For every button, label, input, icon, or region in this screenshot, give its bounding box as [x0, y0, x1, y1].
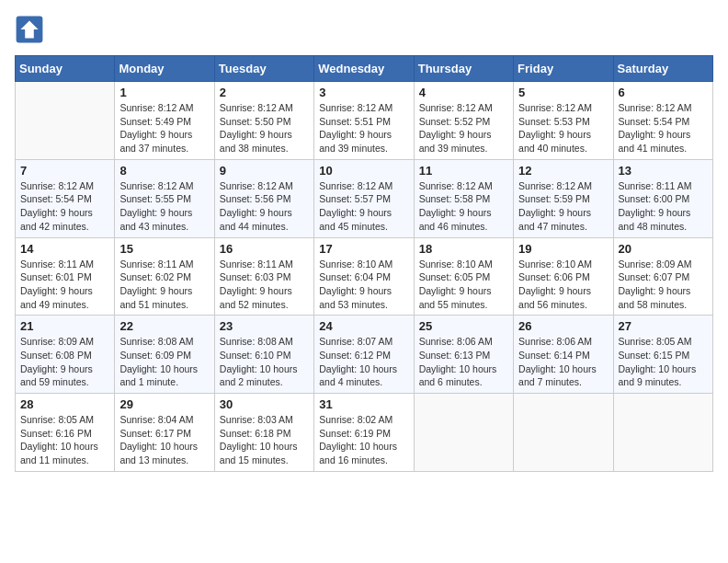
- day-info: Sunrise: 8:12 AM Sunset: 5:58 PM Dayligh…: [419, 179, 508, 234]
- day-cell: [613, 394, 712, 472]
- day-number: 13: [619, 164, 708, 178]
- day-number: 4: [419, 86, 508, 99]
- column-header-wednesday: Wednesday: [314, 56, 414, 82]
- day-info: Sunrise: 8:05 AM Sunset: 6:15 PM Dayligh…: [619, 335, 708, 389]
- day-cell: 2Sunrise: 8:12 AM Sunset: 5:50 PM Daylig…: [214, 82, 313, 160]
- day-cell: 29Sunrise: 8:04 AM Sunset: 6:17 PM Dayli…: [115, 394, 214, 472]
- column-header-monday: Monday: [115, 56, 214, 82]
- day-cell: 7Sunrise: 8:12 AM Sunset: 5:54 PM Daylig…: [16, 159, 115, 237]
- day-number: 6: [619, 86, 708, 99]
- week-row-5: 28Sunrise: 8:05 AM Sunset: 6:16 PM Dayli…: [16, 394, 713, 472]
- day-info: Sunrise: 8:12 AM Sunset: 5:51 PM Dayligh…: [319, 101, 408, 155]
- day-info: Sunrise: 8:10 AM Sunset: 6:04 PM Dayligh…: [319, 258, 408, 312]
- day-number: 28: [20, 397, 109, 411]
- day-number: 11: [419, 164, 508, 178]
- day-cell: 9Sunrise: 8:12 AM Sunset: 5:56 PM Daylig…: [214, 159, 313, 237]
- day-number: 24: [319, 319, 408, 333]
- day-info: Sunrise: 8:06 AM Sunset: 6:13 PM Dayligh…: [419, 335, 508, 389]
- day-number: 9: [220, 164, 309, 178]
- day-number: 12: [518, 164, 608, 178]
- day-info: Sunrise: 8:04 AM Sunset: 6:17 PM Dayligh…: [119, 413, 209, 467]
- logo: [15, 15, 50, 44]
- day-cell: 27Sunrise: 8:05 AM Sunset: 6:15 PM Dayli…: [613, 316, 712, 394]
- day-info: Sunrise: 8:12 AM Sunset: 5:54 PM Dayligh…: [619, 101, 708, 155]
- calendar-table: SundayMondayTuesdayWednesdayThursdayFrid…: [15, 55, 713, 472]
- day-number: 10: [319, 164, 408, 178]
- column-header-tuesday: Tuesday: [214, 56, 313, 82]
- week-row-1: 1Sunrise: 8:12 AM Sunset: 5:49 PM Daylig…: [16, 82, 713, 160]
- day-info: Sunrise: 8:07 AM Sunset: 6:12 PM Dayligh…: [319, 335, 408, 389]
- day-cell: 31Sunrise: 8:02 AM Sunset: 6:19 PM Dayli…: [314, 394, 414, 472]
- day-number: 15: [119, 242, 209, 256]
- day-cell: 16Sunrise: 8:11 AM Sunset: 6:03 PM Dayli…: [214, 237, 313, 316]
- day-number: 16: [220, 242, 309, 256]
- day-info: Sunrise: 8:12 AM Sunset: 5:52 PM Dayligh…: [419, 101, 508, 155]
- day-info: Sunrise: 8:08 AM Sunset: 6:09 PM Dayligh…: [119, 335, 209, 389]
- day-cell: 12Sunrise: 8:12 AM Sunset: 5:59 PM Dayli…: [514, 159, 613, 237]
- day-cell: 26Sunrise: 8:06 AM Sunset: 6:14 PM Dayli…: [514, 316, 613, 394]
- week-row-2: 7Sunrise: 8:12 AM Sunset: 5:54 PM Daylig…: [16, 159, 713, 237]
- day-number: 17: [319, 242, 408, 256]
- day-number: 29: [119, 397, 209, 411]
- day-cell: 6Sunrise: 8:12 AM Sunset: 5:54 PM Daylig…: [613, 82, 712, 160]
- day-info: Sunrise: 8:03 AM Sunset: 6:18 PM Dayligh…: [220, 413, 309, 467]
- day-cell: [414, 394, 513, 472]
- day-info: Sunrise: 8:12 AM Sunset: 5:53 PM Dayligh…: [518, 101, 608, 155]
- day-number: 21: [20, 319, 109, 333]
- day-info: Sunrise: 8:11 AM Sunset: 6:01 PM Dayligh…: [20, 258, 109, 312]
- day-cell: 18Sunrise: 8:10 AM Sunset: 6:05 PM Dayli…: [414, 237, 513, 316]
- day-cell: 14Sunrise: 8:11 AM Sunset: 6:01 PM Dayli…: [16, 237, 115, 316]
- day-info: Sunrise: 8:12 AM Sunset: 5:59 PM Dayligh…: [518, 179, 608, 234]
- day-cell: 8Sunrise: 8:12 AM Sunset: 5:55 PM Daylig…: [115, 159, 214, 237]
- day-info: Sunrise: 8:11 AM Sunset: 6:03 PM Dayligh…: [220, 258, 309, 312]
- day-cell: 15Sunrise: 8:11 AM Sunset: 6:02 PM Dayli…: [115, 237, 214, 316]
- day-number: 30: [220, 397, 309, 411]
- day-info: Sunrise: 8:09 AM Sunset: 6:08 PM Dayligh…: [20, 335, 109, 389]
- day-info: Sunrise: 8:12 AM Sunset: 5:55 PM Dayligh…: [119, 179, 209, 234]
- day-info: Sunrise: 8:11 AM Sunset: 6:02 PM Dayligh…: [119, 258, 209, 312]
- day-cell: 23Sunrise: 8:08 AM Sunset: 6:10 PM Dayli…: [214, 316, 313, 394]
- day-number: 8: [119, 164, 209, 178]
- day-cell: [514, 394, 613, 472]
- day-number: 22: [119, 319, 209, 333]
- day-cell: [16, 82, 115, 160]
- day-number: 27: [619, 319, 708, 333]
- day-info: Sunrise: 8:12 AM Sunset: 5:57 PM Dayligh…: [319, 179, 408, 234]
- day-cell: 22Sunrise: 8:08 AM Sunset: 6:09 PM Dayli…: [115, 316, 214, 394]
- column-header-sunday: Sunday: [16, 56, 115, 82]
- day-info: Sunrise: 8:12 AM Sunset: 5:56 PM Dayligh…: [220, 179, 309, 234]
- day-info: Sunrise: 8:05 AM Sunset: 6:16 PM Dayligh…: [20, 413, 109, 467]
- day-number: 3: [319, 86, 408, 99]
- calendar-header-row: SundayMondayTuesdayWednesdayThursdayFrid…: [16, 56, 713, 82]
- day-info: Sunrise: 8:09 AM Sunset: 6:07 PM Dayligh…: [619, 258, 708, 312]
- day-cell: 19Sunrise: 8:10 AM Sunset: 6:06 PM Dayli…: [514, 237, 613, 316]
- day-number: 20: [619, 242, 708, 256]
- day-cell: 13Sunrise: 8:11 AM Sunset: 6:00 PM Dayli…: [613, 159, 712, 237]
- day-number: 26: [518, 319, 608, 333]
- day-cell: 10Sunrise: 8:12 AM Sunset: 5:57 PM Dayli…: [314, 159, 414, 237]
- day-info: Sunrise: 8:10 AM Sunset: 6:05 PM Dayligh…: [419, 258, 508, 312]
- day-info: Sunrise: 8:12 AM Sunset: 5:54 PM Dayligh…: [20, 179, 109, 234]
- page-header: [15, 15, 713, 44]
- day-number: 18: [419, 242, 508, 256]
- day-cell: 5Sunrise: 8:12 AM Sunset: 5:53 PM Daylig…: [514, 82, 613, 160]
- day-cell: 11Sunrise: 8:12 AM Sunset: 5:58 PM Dayli…: [414, 159, 513, 237]
- day-number: 19: [518, 242, 608, 256]
- column-header-thursday: Thursday: [414, 56, 513, 82]
- day-info: Sunrise: 8:10 AM Sunset: 6:06 PM Dayligh…: [518, 258, 608, 312]
- day-cell: 17Sunrise: 8:10 AM Sunset: 6:04 PM Dayli…: [314, 237, 414, 316]
- column-header-saturday: Saturday: [613, 56, 712, 82]
- day-cell: 24Sunrise: 8:07 AM Sunset: 6:12 PM Dayli…: [314, 316, 414, 394]
- logo-icon: [15, 15, 44, 44]
- day-cell: 4Sunrise: 8:12 AM Sunset: 5:52 PM Daylig…: [414, 82, 513, 160]
- column-header-friday: Friday: [514, 56, 613, 82]
- day-info: Sunrise: 8:02 AM Sunset: 6:19 PM Dayligh…: [319, 413, 408, 467]
- day-info: Sunrise: 8:12 AM Sunset: 5:49 PM Dayligh…: [119, 101, 209, 155]
- day-number: 5: [518, 86, 608, 99]
- day-cell: 20Sunrise: 8:09 AM Sunset: 6:07 PM Dayli…: [613, 237, 712, 316]
- day-number: 25: [419, 319, 508, 333]
- day-cell: 30Sunrise: 8:03 AM Sunset: 6:18 PM Dayli…: [214, 394, 313, 472]
- day-info: Sunrise: 8:08 AM Sunset: 6:10 PM Dayligh…: [220, 335, 309, 389]
- day-info: Sunrise: 8:12 AM Sunset: 5:50 PM Dayligh…: [220, 101, 309, 155]
- day-number: 7: [20, 164, 109, 178]
